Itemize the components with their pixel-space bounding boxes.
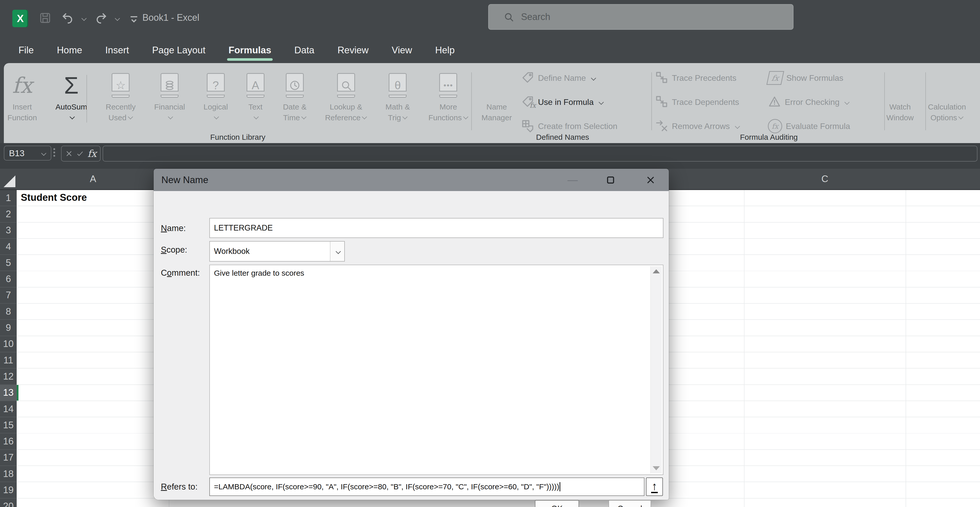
customize-quick-access-icon[interactable]	[127, 12, 141, 27]
redo-dropdown-icon[interactable]	[115, 16, 120, 21]
name-label: Name:	[161, 223, 186, 233]
row-header-1[interactable]: 1	[0, 190, 17, 206]
select-all-icon[interactable]	[3, 175, 15, 187]
ribbon-button-show-formulas[interactable]: fxShow Formulas	[768, 70, 881, 86]
tab-insert[interactable]: Insert	[103, 43, 130, 57]
active-cell-reference: B13	[9, 148, 25, 158]
button-label: Financial	[154, 102, 185, 112]
column-header-a[interactable]: A	[17, 169, 169, 189]
ribbon-button-define-name[interactable]: Define Name	[521, 70, 617, 86]
row-header-20[interactable]: 20	[0, 499, 17, 507]
row-header-3[interactable]: 3	[0, 223, 17, 239]
row-header-17[interactable]: 17	[0, 450, 17, 466]
group-watch-window: WatchWindow	[886, 63, 924, 143]
comment-scrollbar[interactable]	[650, 266, 662, 474]
row-header-7[interactable]: 7	[0, 288, 17, 304]
ribbon-button-use-in-formula[interactable]: fxUse in Formula	[521, 94, 617, 110]
row-header-13[interactable]: 13	[0, 385, 17, 401]
formula-bar-drag-handle[interactable]	[53, 147, 56, 160]
trace-precedents-icon	[655, 71, 668, 85]
ribbon-button-autosum[interactable]: ΣAutoSum	[56, 66, 87, 123]
row-header-14[interactable]: 14	[0, 401, 17, 417]
scope-dropdown[interactable]: Workbook	[209, 241, 345, 262]
redo-icon[interactable]	[94, 11, 108, 25]
collapse-dialog-button[interactable]: ↑	[646, 477, 663, 496]
row-header-16[interactable]: 16	[0, 433, 17, 450]
ribbon-button-calculation-options[interactable]: CalculationOptions	[928, 66, 966, 123]
ribbon-button-date-time[interactable]: Date &Time	[283, 66, 307, 123]
ribbon-button-name-manager[interactable]: NameManager	[475, 66, 519, 123]
tab-page-layout[interactable]: Page Layout	[151, 43, 207, 57]
ok-button[interactable]: OK	[535, 500, 579, 507]
ribbon-button-math-trig[interactable]: θMath &Trig	[386, 66, 410, 123]
formula-bar: B13 fx	[0, 143, 980, 169]
tab-help[interactable]: Help	[434, 43, 456, 57]
button-label: Function	[8, 113, 37, 122]
comment-field[interactable]: Give letter grade to scores	[209, 265, 663, 475]
row-header-8[interactable]: 8	[0, 304, 17, 320]
formula-input[interactable]	[103, 146, 977, 162]
ribbon-button-logical[interactable]: ?Logical	[204, 66, 228, 123]
ribbon-button-error-checking[interactable]: Error Checking	[768, 94, 881, 110]
scroll-down-icon[interactable]	[653, 466, 660, 470]
ribbon-button-create-from-selection[interactable]: Create from Selection	[521, 118, 617, 134]
name-box-dropdown-icon[interactable]	[41, 151, 46, 156]
button-label: Options	[931, 113, 957, 122]
close-icon[interactable]	[639, 169, 662, 191]
more-functions-icon: •••	[439, 69, 457, 102]
scroll-up-icon[interactable]	[653, 269, 660, 273]
ribbon-button-watch-window[interactable]: WatchWindow	[886, 66, 914, 123]
scope-value: Workbook	[214, 247, 250, 256]
row-header-19[interactable]: 19	[0, 482, 17, 498]
row-header-18[interactable]: 18	[0, 466, 17, 482]
row-header-5[interactable]: 5	[0, 255, 17, 271]
row-header-6[interactable]: 6	[0, 271, 17, 287]
cell-a1[interactable]: Student Score	[21, 192, 87, 203]
chevron-down-icon	[301, 114, 307, 119]
ribbon-button-text[interactable]: AText	[247, 66, 264, 123]
row-header-12[interactable]: 12	[0, 369, 17, 385]
row-header-11[interactable]: 11	[0, 352, 17, 369]
ribbon-button-recently-used[interactable]: ☆RecentlyUsed	[106, 66, 136, 123]
row-header-2[interactable]: 2	[0, 206, 17, 223]
scope-dropdown-button[interactable]	[330, 242, 344, 261]
ribbon-button-trace-dependents[interactable]: Trace Dependents	[655, 94, 765, 110]
row-header-4[interactable]: 4	[0, 239, 17, 255]
row-header-10[interactable]: 10	[0, 336, 17, 352]
undo-dropdown-icon[interactable]	[81, 16, 86, 21]
ribbon-button-insert-function[interactable]: fxInsertFunction	[8, 66, 37, 123]
column-header-c[interactable]: C	[744, 169, 905, 189]
button-label: Insert	[13, 102, 32, 112]
cancel-button[interactable]: Cancel	[609, 500, 651, 507]
ribbon-button-lookup-reference[interactable]: Lookup &Reference	[325, 66, 367, 123]
minimize-icon[interactable]: —	[561, 169, 584, 191]
row-header-9[interactable]: 9	[0, 320, 17, 336]
tab-file[interactable]: File	[17, 43, 35, 57]
name-box[interactable]: B13	[4, 146, 51, 161]
refers-to-field[interactable]: =LAMBDA(score, IF(score>=90, "A", IF(sco…	[209, 477, 644, 496]
search-icon	[503, 11, 514, 22]
financial-icon	[161, 69, 178, 102]
confirm-entry-icon[interactable]	[76, 150, 84, 157]
maximize-icon[interactable]	[599, 169, 622, 191]
tab-formulas[interactable]: Formulas	[227, 43, 273, 57]
excel-logo-icon[interactable]: X	[12, 10, 28, 27]
undo-icon[interactable]	[61, 11, 75, 25]
ribbon-button-trace-precedents[interactable]: Trace Precedents	[655, 70, 765, 86]
save-icon[interactable]	[38, 11, 52, 25]
search-input[interactable]: Search	[488, 4, 794, 30]
dialog-title-bar[interactable]: New Name	[154, 169, 669, 191]
tab-home[interactable]: Home	[56, 43, 84, 57]
name-field[interactable]: LETTERGRADE	[209, 218, 663, 238]
tab-view[interactable]: View	[390, 43, 414, 57]
ribbon-button-evaluate-formula[interactable]: fxEvaluate Formula	[768, 118, 881, 134]
cancel-entry-icon[interactable]	[65, 150, 73, 157]
insert-function-icon[interactable]: fx	[88, 148, 97, 159]
row-header-15[interactable]: 15	[0, 417, 17, 433]
chevron-down-icon	[70, 114, 75, 119]
ribbon-button-financial[interactable]: Financial	[154, 66, 185, 123]
tab-data[interactable]: Data	[293, 43, 316, 57]
ribbon-button-remove-arrows[interactable]: Remove Arrows	[655, 118, 765, 134]
ribbon-button-more-functions[interactable]: •••MoreFunctions	[428, 66, 468, 123]
tab-review[interactable]: Review	[336, 43, 370, 57]
